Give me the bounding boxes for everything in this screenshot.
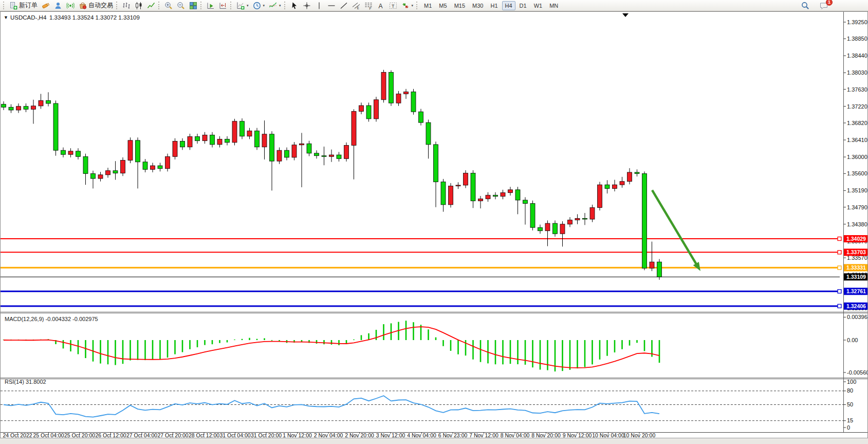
horizontal-line-object[interactable] xyxy=(1,266,841,270)
svg-text:80: 80 xyxy=(847,387,853,394)
line-chart-button[interactable] xyxy=(145,1,157,11)
svg-text:A: A xyxy=(378,2,382,9)
horizontal-line-object[interactable] xyxy=(1,251,841,254)
chat-button[interactable]: 1 xyxy=(818,1,830,11)
chart-window[interactable]: 1.392501.388501.384401.380301.376301.372… xyxy=(0,11,868,438)
svg-text:25 Oct 04:00: 25 Oct 04:00 xyxy=(33,432,64,438)
horizontal-line-object[interactable] xyxy=(1,304,841,308)
timeframe-m30-button[interactable]: M30 xyxy=(469,1,486,10)
horizontal-line-button[interactable] xyxy=(325,1,338,11)
price-axis[interactable]: 1.392501.388501.384401.380301.376301.372… xyxy=(843,19,867,431)
timeframe-m5-button[interactable]: M5 xyxy=(436,1,450,10)
dropdown-caret-icon: ▾ xyxy=(412,4,414,8)
trendline-button[interactable] xyxy=(338,1,350,11)
highlighter-button[interactable] xyxy=(40,1,52,11)
svg-text:50: 50 xyxy=(847,401,853,407)
svg-text:1.32406: 1.32406 xyxy=(846,303,866,309)
bar-chart-button[interactable] xyxy=(120,1,133,11)
svg-text:1.37220: 1.37220 xyxy=(847,103,867,110)
zoom-in-button[interactable] xyxy=(162,1,175,11)
text-label-button[interactable]: T xyxy=(387,1,399,11)
new-chart-button[interactable]: ▾ xyxy=(234,1,251,11)
svg-text:F: F xyxy=(369,6,371,10)
svg-text:2 Nov 04:00: 2 Nov 04:00 xyxy=(314,432,343,438)
doc-plus-icon xyxy=(9,2,17,10)
svg-text:27 Oct 04:00: 27 Oct 04:00 xyxy=(126,432,157,438)
profiles-icon xyxy=(253,2,261,10)
collapse-ohlc-icon[interactable]: ▼ xyxy=(4,15,8,20)
svg-text:1.33109: 1.33109 xyxy=(846,274,866,280)
chart-shift-icon xyxy=(219,2,227,10)
indicators-icon xyxy=(269,2,277,10)
timeframe-m1-button[interactable]: M1 xyxy=(421,1,435,10)
macd-indicator-label: MACD(12,26,9) -0.004332 -0.002975 xyxy=(5,316,98,322)
svg-text:31 Oct 04:00: 31 Oct 04:00 xyxy=(219,432,250,438)
signals-button[interactable] xyxy=(64,1,77,11)
fibo-icon: F xyxy=(364,2,373,10)
community-icon xyxy=(54,2,62,10)
autotrade-button[interactable]: 自动交易 xyxy=(77,1,115,11)
macd-pane xyxy=(4,321,659,371)
chart-canvas[interactable]: 1.392501.388501.384401.380301.376301.372… xyxy=(1,12,867,438)
bar-chart-icon xyxy=(122,2,131,10)
dropdown-caret-icon: ▾ xyxy=(263,4,265,8)
svg-text:15: 15 xyxy=(847,417,853,423)
channel-icon: E xyxy=(352,2,360,10)
channel-button[interactable]: E xyxy=(350,1,362,11)
chart-shift-marker[interactable] xyxy=(622,13,629,17)
timeframe-mn-button[interactable]: MN xyxy=(546,1,561,10)
svg-text:0.003961: 0.003961 xyxy=(847,314,867,320)
svg-text:1.34029: 1.34029 xyxy=(846,236,866,242)
svg-text:1.38030: 1.38030 xyxy=(847,69,867,76)
dropdown-caret-icon: ▾ xyxy=(247,4,249,8)
vertical-line-button[interactable] xyxy=(313,1,325,11)
auto-scroll-button[interactable] xyxy=(205,1,217,11)
zoom-out-button[interactable] xyxy=(175,1,187,11)
crosshair-button[interactable] xyxy=(301,1,313,11)
svg-text:1.39250: 1.39250 xyxy=(847,19,867,25)
community-button[interactable] xyxy=(52,1,64,11)
cursor-button[interactable] xyxy=(288,1,301,11)
svg-text:1.36820: 1.36820 xyxy=(847,120,867,126)
svg-text:8 Nov 04:00: 8 Nov 04:00 xyxy=(501,432,530,438)
text-button[interactable]: A xyxy=(375,1,387,11)
new-order-button[interactable]: 新订单 xyxy=(7,1,40,11)
status-bar xyxy=(0,438,868,444)
svg-text:7 Nov 12:00: 7 Nov 12:00 xyxy=(469,432,498,438)
label-icon: T xyxy=(389,2,397,10)
timeframe-h4-button[interactable]: H4 xyxy=(502,1,515,10)
svg-text:1.32761: 1.32761 xyxy=(846,288,866,294)
indicators-button[interactable]: ▾ xyxy=(267,1,283,11)
signals-icon xyxy=(66,2,75,10)
trend-arrow-annotation[interactable] xyxy=(652,190,700,271)
zoom-in-icon xyxy=(164,2,173,10)
hline-price-label: 1.33703 xyxy=(844,248,867,256)
svg-text:1.36410: 1.36410 xyxy=(847,137,867,143)
search-button[interactable] xyxy=(799,1,811,11)
profiles-button[interactable]: ▾ xyxy=(251,1,267,11)
fibonacci-button[interactable]: F xyxy=(362,1,375,11)
timeframe-m15-button[interactable]: M15 xyxy=(451,1,468,10)
pane-chrome xyxy=(1,12,867,433)
hline-price-label: 1.33331 xyxy=(844,264,867,271)
timeframe-w1-button[interactable]: W1 xyxy=(531,1,546,10)
search-icon xyxy=(801,2,809,10)
toolbar-grip xyxy=(3,2,5,9)
toolbar-grip xyxy=(116,2,118,9)
candlestick-icon xyxy=(135,2,143,10)
svg-text:E: E xyxy=(357,6,359,10)
line-chart-icon xyxy=(147,2,155,10)
chart-shift-button[interactable] xyxy=(217,1,229,11)
tile-windows-button[interactable] xyxy=(187,1,199,11)
autotrade-icon xyxy=(79,2,87,10)
svg-text:10 Nov 20:00: 10 Nov 20:00 xyxy=(623,432,656,438)
date-axis[interactable]: 24 Oct 202225 Oct 04:0025 Oct 20:0026 Oc… xyxy=(3,432,655,438)
horizontal-line-object[interactable] xyxy=(1,290,841,293)
svg-text:27 Oct 20:00: 27 Oct 20:00 xyxy=(157,432,188,438)
svg-text:1.35600: 1.35600 xyxy=(847,170,867,176)
timeframe-h1-button[interactable]: H1 xyxy=(487,1,501,10)
horizontal-line-object[interactable] xyxy=(1,237,841,241)
candlestick-button[interactable] xyxy=(133,1,145,11)
arrows-button[interactable]: ▾ xyxy=(399,1,416,11)
timeframe-d1-button[interactable]: D1 xyxy=(516,1,530,10)
